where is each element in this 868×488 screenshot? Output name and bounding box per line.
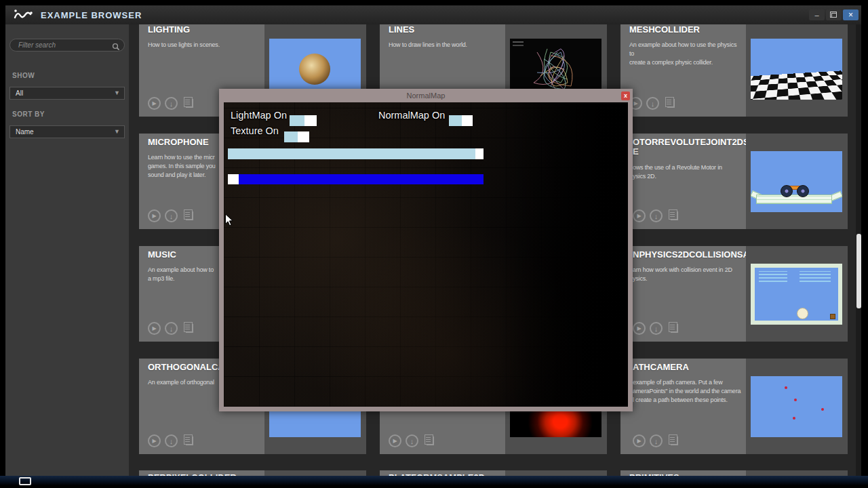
slider-2[interactable]: [228, 174, 484, 184]
show-dropdown[interactable]: All ▼: [9, 87, 125, 100]
lightmap-toggle[interactable]: [290, 115, 317, 126]
normalmap-toggle[interactable]: [449, 115, 473, 126]
show-label: SHOW: [12, 72, 35, 79]
download-icon[interactable]: ↓: [165, 97, 178, 110]
close-button[interactable]: ×: [843, 9, 859, 20]
download-icon[interactable]: ↓: [650, 322, 663, 335]
card-title: NPHYSICS2DCOLLISIONSAMPL: [633, 250, 742, 260]
titlebar: EXAMPLE BROWSER – ×: [5, 5, 863, 24]
copy-icon[interactable]: [427, 436, 434, 445]
copy-icon[interactable]: [186, 436, 193, 445]
physics2d-thumbnail: [751, 264, 842, 325]
play-icon[interactable]: ▶: [148, 209, 161, 222]
card-description: arn how work with collision event in 2D …: [633, 266, 742, 283]
card-onphysics2dcollisionsample[interactable]: NPHYSICS2DCOLLISIONSAMPL arn how work wi…: [620, 246, 848, 342]
card-meshcollider[interactable]: MESHCOLLIDER An example about how to use…: [620, 24, 848, 117]
card-primitives[interactable]: PRIMITIVES: [620, 470, 848, 476]
texture-toggle[interactable]: [284, 131, 309, 142]
copy-icon[interactable]: [186, 99, 193, 108]
wave-logo-icon: [12, 7, 35, 26]
scrollbar-track[interactable]: [856, 24, 861, 476]
card-perpixelcollider[interactable]: PERPIXELCOLLIDER: [139, 470, 366, 476]
slider-2-handle[interactable]: [228, 174, 239, 184]
card-title: LIGHTING: [148, 25, 260, 35]
slider-1[interactable]: [228, 148, 484, 159]
chevron-down-icon: ▼: [114, 87, 120, 99]
download-icon[interactable]: ↓: [165, 209, 178, 222]
copy-icon[interactable]: [186, 211, 193, 220]
copy-icon[interactable]: [671, 324, 678, 333]
download-icon[interactable]: ↓: [650, 209, 663, 222]
taskbar-app-icon[interactable]: [19, 477, 31, 485]
slider-1-fill: [228, 148, 475, 159]
card-title: MESHCOLLIDER: [629, 25, 742, 35]
modal-close-button[interactable]: x: [621, 92, 630, 100]
play-icon[interactable]: ▶: [633, 209, 646, 222]
scrollbar-thumb[interactable]: [856, 234, 861, 308]
slider-1-handle[interactable]: [475, 148, 484, 159]
card-pathcamera[interactable]: ATHCAMERA example of path camera. Put a …: [620, 359, 848, 454]
fps-text: [513, 41, 524, 43]
copy-icon[interactable]: [671, 436, 678, 445]
card-motorrevolutejoint2dsample[interactable]: OTORREVOLUTEJOINT2DSAM E ows the use of …: [620, 134, 848, 229]
mouse-cursor: [224, 214, 234, 230]
app-window: EXAMPLE BROWSER – × SHOW All ▼ SORT BY N…: [0, 0, 868, 488]
card-description: How to draw lines in the world.: [389, 41, 501, 49]
thumbnail-panel: [264, 470, 366, 476]
show-dropdown-value: All: [16, 89, 23, 97]
card-title: LINES: [389, 25, 501, 35]
pathcamera-thumbnail: [751, 376, 842, 437]
sort-label: SORT BY: [12, 110, 45, 118]
sort-dropdown[interactable]: Name ▼: [9, 125, 125, 138]
normalmap-window: NormalMap x LightMap On NormalMap On Tex…: [219, 89, 633, 411]
chevron-down-icon: ▼: [114, 126, 120, 138]
normalmap-render-view: LightMap On NormalMap On Texture On: [224, 102, 628, 407]
lightmap-label: LightMap On: [231, 110, 287, 121]
download-icon[interactable]: ↓: [165, 322, 178, 335]
card-description: How to use lights in scenes.: [148, 41, 260, 49]
card-platformsample2d[interactable]: PLATFORMSAMPLE2D: [380, 470, 607, 476]
search-icon: [112, 41, 120, 54]
download-icon[interactable]: ↓: [646, 97, 659, 110]
thumbnail-panel: [746, 134, 848, 229]
play-icon[interactable]: ▶: [633, 322, 646, 335]
sidebar: SHOW All ▼ SORT BY Name ▼: [5, 24, 129, 476]
play-icon[interactable]: ▶: [148, 434, 161, 447]
copy-icon[interactable]: [671, 211, 678, 220]
download-icon[interactable]: ↓: [406, 434, 418, 447]
thumbnail-panel: [746, 24, 848, 117]
thumbnail-panel: [746, 470, 848, 476]
minimize-button[interactable]: –: [809, 9, 825, 20]
search-box[interactable]: [9, 39, 125, 52]
motor-thumbnail: [751, 151, 842, 212]
frame-edge: [861, 0, 868, 488]
card-title: ATHCAMERA: [633, 363, 742, 372]
sort-dropdown-value: Name: [16, 128, 34, 136]
play-icon[interactable]: ▶: [148, 322, 161, 335]
frame-edge: [0, 0, 868, 5]
taskbar: [0, 476, 868, 488]
play-icon[interactable]: ▶: [389, 434, 401, 447]
restore-button[interactable]: [826, 9, 842, 20]
card-title: OTORREVOLUTEJOINT2DSAM E: [633, 138, 742, 157]
thumbnail-panel: [746, 246, 848, 342]
card-description: ows the use of a Revolute Motor in ysics…: [633, 163, 742, 181]
normalmap-window-title: NormalMap: [219, 89, 633, 102]
meshcollider-thumbnail: [751, 39, 842, 100]
app-title: EXAMPLE BROWSER: [41, 10, 142, 20]
download-icon[interactable]: ↓: [165, 434, 178, 447]
download-icon[interactable]: ↓: [650, 434, 663, 447]
thumbnail-panel: [505, 470, 607, 476]
search-input[interactable]: [17, 40, 105, 50]
copy-icon[interactable]: [667, 99, 675, 108]
thumbnail-panel: [746, 359, 848, 454]
slider-2-fill: [239, 174, 484, 184]
card-description: An example about how to use the physics …: [629, 41, 742, 67]
normalmap-label: NormalMap On: [378, 110, 445, 121]
restore-icon: [831, 13, 837, 18]
frame-edge: [0, 0, 5, 488]
copy-icon[interactable]: [186, 324, 193, 333]
play-icon[interactable]: ▶: [633, 434, 646, 447]
play-icon[interactable]: ▶: [148, 97, 161, 110]
card-description: example of path camera. Put a few ameraP…: [633, 378, 742, 405]
